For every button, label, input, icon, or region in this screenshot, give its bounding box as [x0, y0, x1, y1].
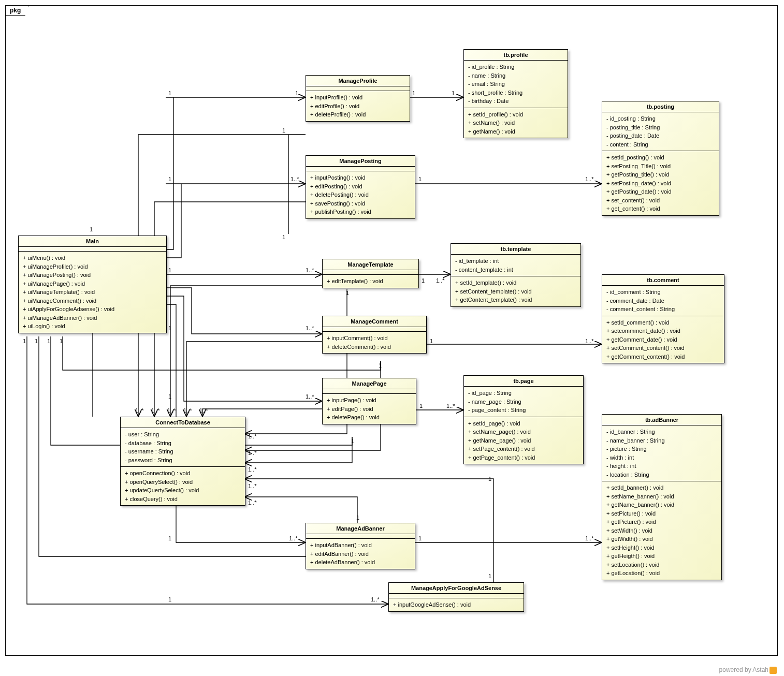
uml-class-ManageProfile: ManageProfile+ inputProfile() : void+ ed… — [306, 75, 410, 122]
class-title: tb.page — [464, 376, 583, 387]
attribute-row: - comment_date : Date — [606, 297, 720, 305]
attribute-row: - comment_content : String — [606, 305, 720, 314]
attribute-row: - database : String — [125, 439, 241, 448]
class-attributes — [306, 534, 415, 539]
operation-row: + setId_banner() : void — [606, 483, 717, 492]
class-attributes: - id_page : String- name_page : String- … — [464, 387, 583, 417]
operation-row: + setcommment_date() : void — [606, 327, 720, 335]
multiplicity-label: 1 — [488, 573, 491, 579]
class-operations: + inputProfile() : void+ editProfile() :… — [306, 91, 410, 121]
multiplicity-label: 1..* — [135, 407, 144, 414]
attribute-row: - id_comment : String — [606, 288, 720, 297]
attribute-row: - user : String — [125, 430, 241, 439]
attribute-row: - name_page : String — [468, 398, 579, 406]
multiplicity-label: 1..* — [291, 176, 299, 182]
uml-class-ManagePage: ManagePage+ inputPage() : void+ editPage… — [322, 378, 416, 424]
class-title: tb.adBanner — [602, 415, 721, 425]
operation-row: + inputGoogleAdSense() : void — [393, 600, 519, 609]
operation-row: + getPosting_title() : void — [606, 170, 715, 179]
class-title: ManagePosting — [306, 156, 415, 167]
attribute-row: - name_banner : String — [606, 436, 717, 445]
operation-row: + inputPosting() : void — [310, 173, 411, 182]
operation-row: + getComment_date() : void — [606, 335, 720, 344]
attribute-row: - name : String — [468, 71, 563, 80]
operation-row: + setPosting_date() : void — [606, 179, 715, 188]
operation-row: + deletePage() : void — [327, 413, 412, 422]
attribute-row: - birthday : Date — [468, 97, 563, 106]
multiplicity-label: 1 — [60, 338, 63, 344]
multiplicity-label: 1..* — [371, 596, 380, 602]
operation-row: + inputComment() : void — [327, 334, 422, 343]
operation-row: + getComment_content() : void — [606, 352, 720, 361]
operation-row: + setPicture() : void — [606, 509, 717, 518]
attribute-row: - email : String — [468, 80, 563, 89]
operation-row: + savePosting() : void — [310, 199, 411, 208]
operation-row: + setId_page() : void — [468, 419, 579, 428]
class-title: tb.profile — [464, 50, 568, 61]
operation-row: + uiManagePage() : void — [23, 280, 162, 288]
operation-row: + deletePosting() : void — [310, 190, 411, 199]
class-title: ManageAdBanner — [306, 523, 415, 534]
attribute-row: - posting_title : String — [606, 123, 715, 132]
operation-row: + setComment_content() : void — [606, 344, 720, 352]
operation-row: + deleteAdBanner() : void — [310, 558, 411, 567]
multiplicity-label: 1 — [412, 90, 415, 96]
class-operations: + inputPage() : void+ editPage() : void+… — [323, 394, 416, 424]
class-operations: + setId_profile() : void+ setName() : vo… — [464, 108, 568, 138]
attribute-row: - username : String — [125, 447, 241, 456]
multiplicity-label: 1..* — [248, 466, 257, 473]
multiplicity-label: 1 — [452, 90, 455, 96]
astah-logo-icon — [770, 667, 777, 674]
operation-row: + getName_page() : void — [468, 436, 579, 445]
multiplicity-label: 1..* — [248, 450, 257, 456]
operation-row: + deleteProfile() : void — [310, 110, 405, 119]
class-operations: + setId_comment() : void+ setcommment_da… — [602, 316, 724, 363]
class-operations: + openConnection() : void+ openQuerySele… — [121, 467, 245, 505]
uml-class-tb_comment: tb.comment- id_comment : String- comment… — [602, 274, 724, 363]
class-title: ManageTemplate — [323, 259, 418, 270]
operation-row: + uiManagePosting() : void — [23, 271, 162, 280]
class-attributes — [306, 167, 415, 171]
operation-row: + deleteComment() : void — [327, 343, 422, 351]
class-attributes: - id_banner : String- name_banner : Stri… — [602, 425, 721, 481]
operation-row: + updateQuertySelect() : void — [125, 486, 241, 495]
operation-row: + set_content() : void — [606, 196, 715, 205]
class-title: ManagePage — [323, 378, 416, 389]
attribute-row: - height : int — [606, 462, 717, 471]
operation-row: + editPosting() : void — [310, 182, 411, 191]
multiplicity-label: 1..* — [289, 535, 298, 541]
multiplicity-label: 1 — [168, 90, 171, 96]
class-attributes: - id_profile : String- name : String- em… — [464, 61, 568, 108]
class-title: ManageApplyForGoogleAdSense — [389, 583, 524, 594]
operation-row: + setContent_template() : void — [455, 287, 576, 296]
multiplicity-label: 1 — [168, 596, 171, 602]
class-attributes: - id_comment : String- comment_date : Da… — [602, 286, 724, 316]
multiplicity-label: 1 — [379, 362, 382, 369]
operation-row: + setLocation() : void — [606, 561, 717, 569]
class-title: tb.comment — [602, 275, 724, 286]
attribute-row: - password : String — [125, 456, 241, 465]
multiplicity-label: 1 — [168, 176, 171, 182]
attribute-row: - content_template : int — [455, 266, 576, 274]
multiplicity-label: 1 — [168, 393, 171, 400]
multiplicity-label: 1..* — [306, 393, 314, 400]
operation-row: + getHeigth() : void — [606, 552, 717, 561]
multiplicity-label: 1 — [488, 476, 491, 482]
multiplicity-label: 1 — [168, 267, 171, 273]
class-operations: + setId_page() : void+ setName_page() : … — [464, 417, 583, 464]
multiplicity-label: 1..* — [436, 277, 445, 284]
multiplicity-label: 1 — [422, 277, 425, 284]
operation-row: + setId_template() : void — [455, 278, 576, 287]
uml-class-Main: Main+ uiMenu() : void+ uiManageProfile()… — [18, 236, 167, 333]
operation-row: + setName_page() : void — [468, 428, 579, 436]
multiplicity-label: 1..* — [248, 433, 257, 439]
operation-row: + uiMenu() : void — [23, 254, 162, 262]
operation-row: + editAdBanner() : void — [310, 550, 411, 559]
operation-row: + setWidth() : void — [606, 526, 717, 535]
class-attributes — [323, 327, 426, 332]
multiplicity-label: 1..* — [585, 535, 594, 541]
operation-row: + setPage_content() : void — [468, 445, 579, 453]
class-title: ManageComment — [323, 316, 426, 327]
attribute-row: - id_posting : String — [606, 114, 715, 123]
operation-row: + uiManageTemplate() : void — [23, 288, 162, 297]
